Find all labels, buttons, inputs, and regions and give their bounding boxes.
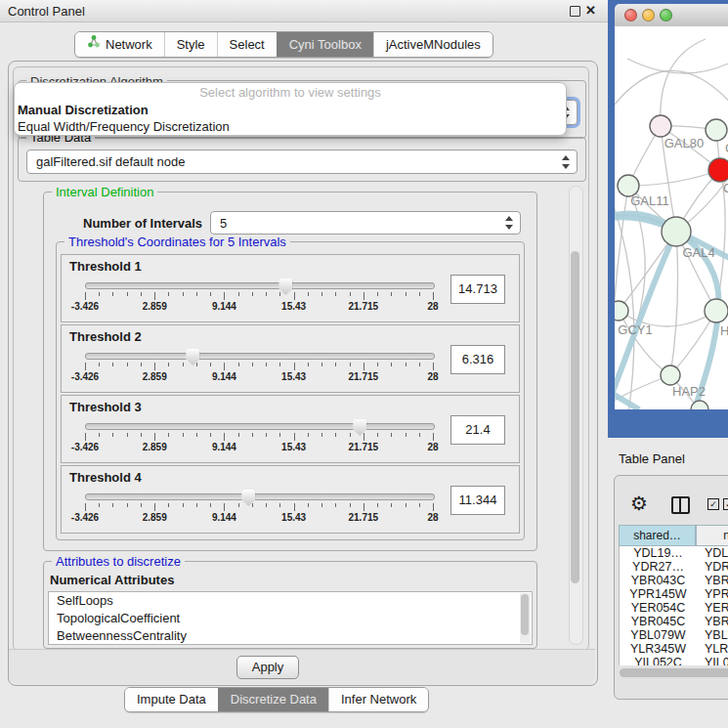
table-row[interactable]: YBR045CYBR0 <box>620 615 728 628</box>
table-row[interactable]: YER054CYER0 <box>620 601 728 615</box>
network-canvas[interactable]: GAL80GALCGAL11GAL4GCY1HHAP2 <box>615 26 728 409</box>
tick-mark <box>308 503 309 507</box>
scrollbar-thumb[interactable] <box>620 668 728 677</box>
network-node[interactable] <box>706 119 727 141</box>
tick-mark <box>350 433 351 437</box>
number-of-intervals-combobox[interactable]: 5 <box>210 211 521 235</box>
tick-mark <box>168 363 169 366</box>
table-row[interactable]: YPR145WYPR1 <box>620 587 728 601</box>
tab-infer-network[interactable]: Infer Network <box>328 688 428 711</box>
tick-mark <box>238 292 239 296</box>
attribute-list-item[interactable]: TopologicalCoefficient <box>49 610 532 627</box>
tab-network[interactable]: Network <box>75 32 164 57</box>
mac-close-button[interactable] <box>624 9 637 21</box>
table-row[interactable]: YDR27…YDR2 <box>620 560 728 574</box>
tab-label: Network <box>106 33 152 57</box>
slider-ticks <box>85 503 433 512</box>
tick-mark <box>364 363 364 370</box>
slider-track[interactable] <box>85 423 435 430</box>
network-node[interactable] <box>615 301 628 321</box>
gear-icon[interactable]: ⚙ <box>630 493 648 513</box>
table-row[interactable]: YBR043CYBR0 <box>620 574 728 587</box>
slider-track[interactable] <box>85 282 435 289</box>
float-window-icon[interactable] <box>570 6 580 17</box>
scrollbar-thumb[interactable] <box>521 594 529 635</box>
tick-mark <box>279 503 280 507</box>
scrollbar-thumb[interactable] <box>571 251 579 583</box>
threshold-value-field[interactable]: 21.4 <box>450 415 505 445</box>
tick-mark <box>183 363 184 366</box>
threshold-value-field[interactable]: 14.713 <box>450 275 505 304</box>
attribute-list-item[interactable]: SelfLoops <box>49 592 532 610</box>
mac-zoom-button[interactable] <box>660 9 672 21</box>
tab-select[interactable]: Select <box>217 32 277 57</box>
tab-impute-data[interactable]: Impute Data <box>125 688 218 711</box>
tick-label: -3.426 <box>71 442 99 452</box>
checkbox-icon[interactable]: ✓ <box>723 498 728 510</box>
network-node[interactable] <box>662 217 691 246</box>
tab-style[interactable]: Style <box>164 32 217 57</box>
tick-mark <box>127 503 128 507</box>
table-cell: YDR2 <box>697 560 728 574</box>
table-row[interactable]: YIL052CYIL0 <box>620 656 728 665</box>
tab-label: Cyni Toolbox <box>289 33 362 57</box>
tab-jactivemnodules[interactable]: jActiveMNodules <box>373 32 492 57</box>
table-row[interactable]: YBL079WYBL0 <box>620 628 728 642</box>
algorithm-option[interactable]: Manual Discretization <box>15 102 566 118</box>
network-edge-thick <box>615 388 639 409</box>
network-node[interactable] <box>705 299 728 322</box>
tick-mark <box>321 433 322 437</box>
network-node[interactable] <box>708 158 728 182</box>
tick-mark <box>210 292 211 296</box>
columns-icon[interactable] <box>671 496 690 514</box>
network-node[interactable] <box>661 365 680 385</box>
slider-track[interactable] <box>85 353 435 360</box>
tick-mark <box>350 363 351 366</box>
table-data-combobox[interactable]: galFiltered.sif default node <box>26 150 578 174</box>
network-node[interactable] <box>650 115 671 137</box>
control-panel-tabbar: NetworkStyleSelectCyni ToolboxjActiveMNo… <box>74 31 493 58</box>
table-horizontal-scrollbar[interactable] <box>619 667 728 679</box>
tick-mark <box>321 292 322 296</box>
tick-mark <box>279 292 280 296</box>
panel-vertical-scrollbar[interactable] <box>569 186 583 645</box>
algorithm-option[interactable]: Equal Width/Frequency Discretization <box>15 118 566 135</box>
tick-mark <box>252 363 253 366</box>
numerical-attributes-label: Numerical Attributes <box>50 573 174 587</box>
tick-mark <box>183 292 184 296</box>
close-icon[interactable]: ✕ <box>585 3 596 18</box>
network-view-window: GAL80GALCGAL11GAL4GCY1HHAP2 <box>608 0 728 438</box>
attribute-list-item[interactable]: BetweennessCentrality <box>49 627 532 645</box>
table-row[interactable]: YLR345WYLR3 <box>620 642 728 656</box>
threshold-value-field[interactable]: 6.316 <box>450 345 505 374</box>
threshold-value-field[interactable]: 11.344 <box>450 486 505 515</box>
tab-cyni-toolbox[interactable]: Cyni Toolbox <box>277 32 373 57</box>
checkbox-icon[interactable]: ✓ <box>707 498 719 510</box>
table-header-cell[interactable]: na <box>696 525 728 546</box>
network-window-titlebar[interactable] <box>615 4 728 27</box>
table-row[interactable]: YDL19…YDL1 <box>620 546 728 560</box>
tick-label: 21.715 <box>349 371 379 382</box>
table-data-group: Table Data galFiltered.sif default node <box>18 137 586 182</box>
thresholds-group: Threshold's Coordinates for 5 Intervals … <box>56 241 525 540</box>
table-header-cell[interactable]: shared… <box>619 525 696 546</box>
tab-discretize-data[interactable]: Discretize Data <box>218 688 328 711</box>
tick-label: 9.144 <box>212 301 236 312</box>
tick-mark <box>168 433 169 437</box>
mac-minimize-button[interactable] <box>642 9 655 21</box>
table-panel-title: Table Panel <box>619 451 685 466</box>
tick-mark <box>85 363 86 370</box>
tick-mark <box>419 363 420 366</box>
tick-label: 2.859 <box>143 512 167 523</box>
tick-mark <box>321 503 322 507</box>
tick-mark <box>154 363 155 370</box>
table-rows: YDL19…YDL1YDR27…YDR2YBR043CYBR0YPR145WYP… <box>619 546 728 665</box>
tick-mark <box>266 503 267 507</box>
table-cell: YER054C <box>620 601 697 615</box>
table-header-label: na <box>723 529 728 542</box>
slider-track[interactable] <box>85 493 435 500</box>
apply-button[interactable]: Apply <box>236 656 299 679</box>
table-header-label: shared… <box>633 529 681 542</box>
tick-mark <box>127 292 128 296</box>
attributes-scrollbar[interactable] <box>520 593 531 643</box>
